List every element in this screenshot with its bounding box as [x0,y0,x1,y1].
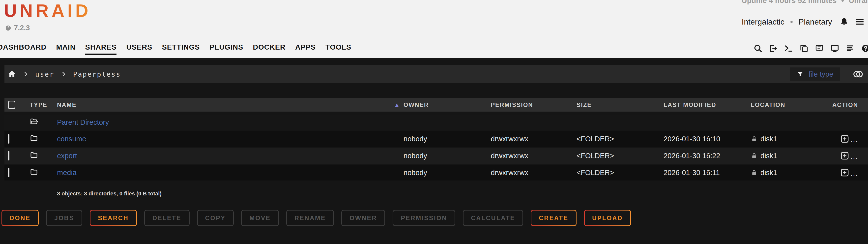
sort-ascending-icon: ▲ [394,102,400,108]
uptime-text: Uptime 4 hours 52 minutes [742,0,837,5]
column-header-name[interactable]: NAME▲ [57,101,404,109]
row-checkbox[interactable] [8,168,9,177]
breadcrumb-bar: userPaperpless file type [4,65,868,83]
table-row: consumenobodydrwxrwxrwx<FOLDER>2026-01-3… [4,131,868,147]
row-actions-button[interactable]: ... [823,167,858,178]
create-button[interactable]: CREATE [531,210,577,226]
jobs-button: JOBS [46,210,82,226]
folder-icon [30,134,38,142]
more-actions-ellipsis: ... [850,155,858,161]
nav-tab-tools[interactable]: TOOLS [326,43,351,55]
folder-open-icon [30,117,38,126]
row-location: disk1 [751,152,823,160]
logs-icon[interactable] [846,44,855,53]
file-type-filter[interactable]: file type [790,67,840,81]
column-header-label: NAME [57,101,76,109]
nav-tab-shares[interactable]: SHARES [85,43,117,55]
search-icon[interactable] [753,44,763,53]
plus-square-icon [840,167,850,178]
version-badge: 7.2.3 [5,24,30,32]
chevron-right-icon [61,71,67,77]
column-header-permission[interactable]: PERMISSION [491,101,577,109]
menu-icon[interactable] [855,17,865,27]
home-icon[interactable] [7,70,17,79]
toolbar-icons [753,44,868,53]
row-size: <FOLDER> [577,169,663,177]
version-number: 7.2.3 [14,24,30,32]
copy-icon[interactable] [800,44,808,53]
done-button[interactable]: DONE [1,210,39,226]
row-checkbox[interactable] [8,134,9,144]
uptime-status: Uptime 4 hours 52 minutes Unraid OS Star… [742,0,868,5]
plus-square-icon [840,134,850,144]
more-actions-ellipsis: ... [850,139,858,144]
server-name: Intergalactic [742,18,784,27]
row-name-link[interactable]: export [57,152,77,160]
column-header-owner[interactable]: OWNER [404,101,491,109]
feedback-icon[interactable] [815,44,824,53]
calculate-button: CALCULATE [463,210,523,226]
row-location: disk1 [751,135,823,143]
row-last-modified: 2026-01-30 16:10 [663,135,751,143]
table-row: medianobodydrwxrwxrwx<FOLDER>2026-01-30 … [4,165,868,181]
unraid-logo: UNRAID [4,0,91,21]
monitor-icon[interactable] [830,44,839,53]
nav-tab-settings[interactable]: SETTINGS [162,43,200,55]
row-name-link[interactable]: consume [57,135,86,143]
row-owner: nobody [404,135,491,143]
notifications-bell-icon[interactable] [839,17,849,27]
object-summary: 3 objects: 3 directories, 0 files (0 B t… [4,182,868,197]
nav-tab-main[interactable]: MAIN [56,43,75,55]
nav-tab-docker[interactable]: DOCKER [253,43,285,55]
column-header-type[interactable]: TYPE [30,101,57,109]
upload-button[interactable]: UPLOAD [584,210,631,226]
more-actions-ellipsis: ... [850,172,858,178]
column-header-location[interactable]: LOCATION [751,101,823,109]
nav-tab-apps[interactable]: APPS [295,43,316,55]
lock-icon [751,170,757,176]
separator-dot [790,21,793,23]
sign-out-icon[interactable] [769,44,778,53]
location-label: disk1 [761,135,777,143]
row-permission: drwxrwxrwx [491,135,577,143]
column-header-last-modified[interactable]: LAST MODIFIED [663,101,751,109]
row-name-link[interactable]: Parent Directory [57,118,109,126]
server-info: Intergalactic Planetary [742,17,865,27]
nav-tab-plugins[interactable]: PLUGINS [210,43,243,55]
filter-funnel-icon [797,71,804,78]
row-size: <FOLDER> [577,135,663,143]
terminal-icon[interactable] [784,44,793,53]
nav-tab-dashboard[interactable]: DASHBOARD [0,43,46,55]
table-row: Parent Directory [4,115,868,130]
file-manager-content: userPaperpless file type TYPENAME▲OWNERP… [0,58,868,244]
nav-tab-users[interactable]: USERS [126,43,152,55]
view-toggle-icon[interactable] [852,69,864,79]
column-header-size[interactable]: SIZE [577,101,663,109]
folder-icon [30,167,38,176]
breadcrumb-segment[interactable]: user [35,70,54,78]
search-button[interactable]: SEARCH [90,210,137,226]
row-last-modified: 2026-01-30 16:22 [663,152,751,160]
table-body: Parent Directoryconsumenobodydrwxrwxrwx<… [4,115,868,181]
row-permission: drwxrwxrwx [491,169,577,177]
breadcrumb-segment: Paperpless [73,70,121,78]
action-button-bar: DONEJOBSSEARCHDELETECOPYMOVERENAMEOWNERP… [1,210,868,226]
select-all-checkbox[interactable] [8,101,16,109]
table-row: exportnobodydrwxrwxrwx<FOLDER>2026-01-30… [4,148,868,164]
row-checkbox[interactable] [8,151,9,160]
top-header: UNRAID 7.2.3 Uptime 4 hours 52 minutes U… [0,0,868,58]
row-actions-button[interactable]: ... [823,134,858,144]
location-label: disk1 [761,169,777,177]
column-header-action[interactable]: ACTION [823,101,858,109]
main-nav: DASHBOARDMAINSHARESUSERSSETTINGSPLUGINSD… [0,43,351,55]
rename-button: RENAME [286,210,334,226]
table-header-row: TYPENAME▲OWNERPERMISSIONSIZELAST MODIFIE… [4,98,868,112]
row-name-link[interactable]: media [57,169,76,177]
row-actions-button[interactable]: ... [823,151,858,161]
filter-label: file type [808,70,833,79]
row-size: <FOLDER> [577,152,663,160]
os-status-text: Unraid OS Starte [849,0,868,5]
help-icon[interactable] [861,44,868,53]
breadcrumb: userPaperpless [23,70,121,78]
chevron-right-icon [23,71,29,77]
